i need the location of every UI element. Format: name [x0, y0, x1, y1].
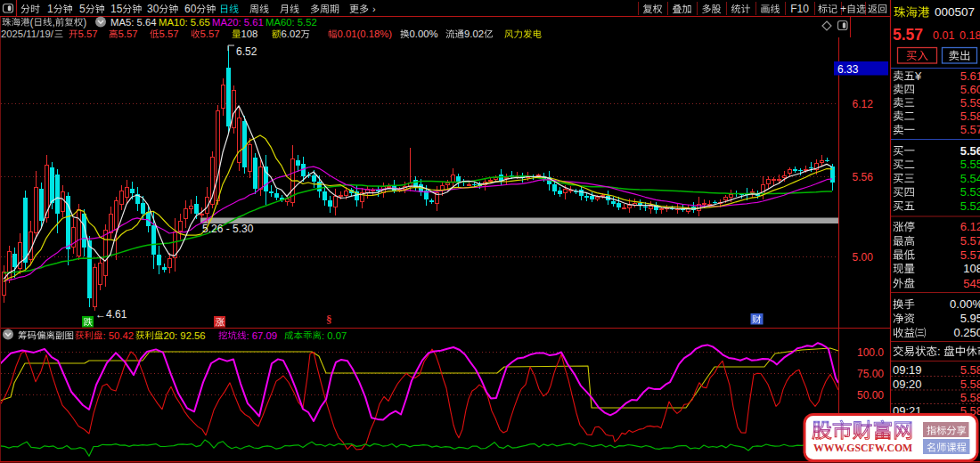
svg-text:5.59: 5.59 [960, 96, 980, 110]
svg-text:75.00: 75.00 [857, 368, 884, 380]
svg-text:(: ( [30, 16, 34, 28]
svg-text:MA60: 5.52: MA60: 5.52 [265, 17, 317, 28]
svg-text::: : [937, 345, 941, 358]
svg-text:5.55: 5.55 [960, 158, 980, 171]
svg-text:60: 60 [184, 3, 197, 15]
svg-text:: 50.42: : 50.42 [103, 330, 135, 341]
svg-text:5.00: 5.00 [853, 251, 874, 264]
svg-text:›: › [372, 4, 376, 14]
svg-text:6.12: 6.12 [960, 220, 980, 233]
svg-text:0.00%: 0.00% [950, 297, 980, 311]
svg-text:5.57: 5.57 [118, 28, 138, 39]
svg-text:108: 108 [241, 28, 258, 39]
svg-text:5.56: 5.56 [853, 171, 874, 183]
svg-text:: 0.07: : 0.07 [322, 330, 347, 341]
svg-text:5.57: 5.57 [78, 28, 98, 39]
svg-text:): ) [83, 16, 86, 28]
svg-text:5.58: 5.58 [960, 378, 980, 391]
svg-text:108: 108 [963, 262, 980, 275]
svg-text:MA20: 5.61: MA20: 5.61 [212, 17, 264, 28]
svg-text:5.57: 5.57 [159, 28, 179, 39]
svg-text:WWW.GSCFW.COM: WWW.GSCFW.COM [813, 442, 912, 454]
svg-text:,: , [53, 16, 55, 28]
svg-text:1: 1 [47, 3, 53, 15]
svg-text:5.57: 5.57 [893, 26, 923, 44]
svg-text:5.58: 5.58 [960, 391, 980, 404]
svg-text:5.58: 5.58 [960, 363, 980, 377]
svg-text:5.57: 5.57 [200, 28, 220, 39]
svg-text:5.61: 5.61 [960, 69, 980, 83]
svg-text:9.02: 9.02 [464, 28, 484, 39]
svg-text:2025/11/19/: 2025/11/19/ [1, 28, 54, 39]
svg-text:100.0: 100.0 [857, 346, 884, 359]
svg-text:←4.61: ←4.61 [95, 308, 127, 321]
svg-text:000507: 000507 [935, 5, 975, 19]
svg-text:5.54: 5.54 [960, 172, 980, 185]
svg-text:§: § [326, 313, 332, 326]
svg-text:5.57: 5.57 [960, 123, 980, 136]
svg-text:MA10: 5.65: MA10: 5.65 [159, 17, 210, 28]
svg-text:20: 92.56: 20: 92.56 [164, 330, 206, 341]
svg-text:30: 30 [147, 3, 159, 15]
svg-text:0.01: 0.01 [933, 29, 954, 42]
svg-text:5.58: 5.58 [960, 110, 980, 123]
svg-text:5.57: 5.57 [960, 234, 980, 248]
svg-text:0.250: 0.250 [954, 326, 980, 339]
svg-text:5: 5 [79, 3, 86, 15]
svg-text:545: 545 [963, 277, 980, 290]
svg-text:6.33: 6.33 [837, 63, 859, 76]
svg-text:¥: ¥ [914, 69, 922, 83]
svg-text:50.00: 50.00 [857, 389, 884, 402]
svg-text:+: + [840, 3, 846, 15]
svg-text:09:19: 09:19 [893, 363, 922, 377]
svg-text:5.57: 5.57 [960, 248, 980, 262]
svg-text:5.95: 5.95 [960, 312, 980, 325]
svg-text:: 67.09: : 67.09 [247, 330, 278, 341]
svg-text:F10: F10 [790, 3, 809, 15]
svg-text:15: 15 [110, 3, 123, 15]
svg-text:5.26 - 5.30: 5.26 - 5.30 [202, 223, 254, 235]
svg-text:09:20: 09:20 [893, 378, 922, 391]
svg-text:6.12: 6.12 [853, 98, 874, 110]
svg-text:5.60: 5.60 [960, 83, 980, 96]
svg-text:5.53: 5.53 [960, 185, 980, 199]
svg-text:5.56: 5.56 [960, 144, 980, 158]
svg-text:MA5: 5.64: MA5: 5.64 [110, 17, 157, 28]
svg-text:0.00%: 0.00% [410, 28, 438, 39]
svg-text:0.01(0.18%): 0.01(0.18%) [338, 28, 393, 39]
svg-text:0.18: 0.18 [960, 29, 980, 42]
svg-text:5.52: 5.52 [960, 199, 980, 213]
svg-text:6.52: 6.52 [236, 45, 257, 58]
svg-text:6.02: 6.02 [282, 28, 301, 39]
